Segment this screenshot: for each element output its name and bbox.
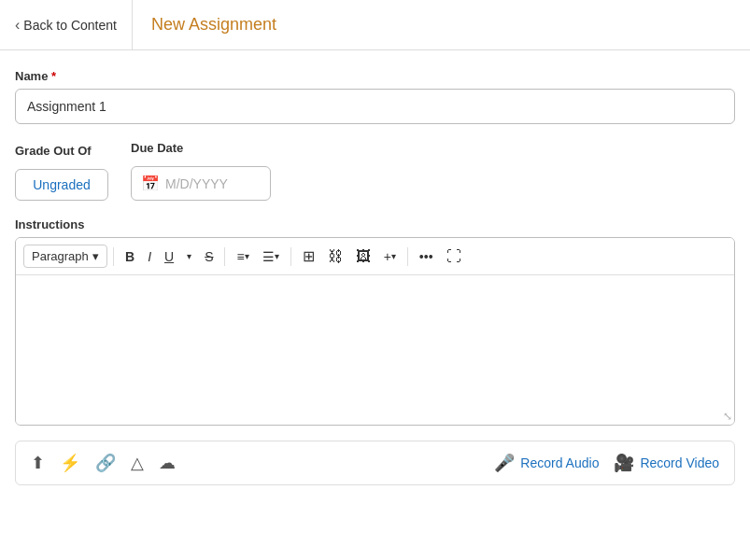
date-label: Due Date xyxy=(131,141,271,155)
bottom-right-tools: 🎤 Record Audio 🎥 Record Video xyxy=(494,453,719,473)
more-icon: ••• xyxy=(419,249,433,264)
list-dropdown-icon: ▾ xyxy=(275,251,279,261)
add-icon: + xyxy=(384,249,391,264)
name-input[interactable] xyxy=(15,89,735,124)
link-tool-icon[interactable]: 🔗 xyxy=(95,453,116,473)
add-button[interactable]: + ▾ xyxy=(378,245,402,268)
align-icon: ≡ xyxy=(236,249,244,264)
dropdown-chevron-icon: ▾ xyxy=(92,249,99,263)
page-title: New Assignment xyxy=(133,15,276,35)
italic-button[interactable]: I xyxy=(142,245,157,268)
instructions-label: Instructions xyxy=(15,217,735,231)
grade-date-row: Grade Out Of Ungraded Due Date 📅 M/D/YYY… xyxy=(15,141,735,201)
list-button[interactable]: ☰ ▾ xyxy=(257,245,285,268)
align-dropdown-icon: ▾ xyxy=(245,251,249,261)
strikethrough-label: S xyxy=(205,249,213,264)
image-icon: 🖼 xyxy=(356,248,371,265)
date-input[interactable]: 📅 M/D/YYYY xyxy=(131,166,271,201)
header: ‹ Back to Content New Assignment xyxy=(0,0,750,50)
link-button[interactable]: ⛓ xyxy=(322,245,348,269)
record-video-button[interactable]: 🎥 Record Video xyxy=(614,453,719,473)
flash-icon[interactable]: ⚡ xyxy=(60,453,80,473)
mic-icon: 🎤 xyxy=(494,453,515,473)
editor-container: Paragraph ▾ B I U ▾ S ≡ ▾ ☰ ▾ ⊞ xyxy=(15,237,735,426)
editor-body[interactable]: ⤡ xyxy=(16,275,734,425)
resize-handle: ⤡ xyxy=(723,410,732,423)
table-button[interactable]: ⊞ xyxy=(297,244,320,269)
record-audio-label: Record Audio xyxy=(520,455,599,470)
bold-button[interactable]: B xyxy=(120,245,140,268)
cloud-icon[interactable]: ☁ xyxy=(159,453,176,473)
calendar-icon: 📅 xyxy=(141,175,160,192)
align-button[interactable]: ≡ ▾ xyxy=(231,245,254,268)
bottom-left-tools: ⬆ ⚡ 🔗 △ ☁ xyxy=(31,453,176,473)
date-placeholder: M/D/YYYY xyxy=(165,176,228,191)
record-video-label: Record Video xyxy=(640,455,719,470)
bottom-toolbar: ⬆ ⚡ 🔗 △ ☁ 🎤 Record Audio 🎥 Record Video xyxy=(15,441,735,485)
date-group: Due Date 📅 M/D/YYYY xyxy=(131,141,271,201)
record-audio-button[interactable]: 🎤 Record Audio xyxy=(494,453,599,473)
fullscreen-button[interactable]: ⛶ xyxy=(441,245,467,269)
link-icon: ⛓ xyxy=(328,248,343,265)
main-content: Name * Grade Out Of Ungraded Due Date 📅 … xyxy=(0,50,750,504)
drive-icon[interactable]: △ xyxy=(131,453,144,473)
chevron-left-icon: ‹ xyxy=(15,17,20,34)
divider-3 xyxy=(290,247,291,266)
grade-group: Grade Out Of Ungraded xyxy=(15,144,108,201)
video-icon: 🎥 xyxy=(614,453,634,473)
fullscreen-icon: ⛶ xyxy=(446,248,461,265)
back-label: Back to Content xyxy=(23,18,117,33)
grade-button[interactable]: Ungraded xyxy=(15,169,108,201)
table-icon: ⊞ xyxy=(303,247,315,265)
required-marker: * xyxy=(51,69,56,83)
underline-dropdown-button[interactable]: ▾ xyxy=(181,247,197,265)
more-button[interactable]: ••• xyxy=(414,245,439,268)
divider-1 xyxy=(113,247,114,266)
divider-4 xyxy=(407,247,408,266)
list-icon: ☰ xyxy=(262,249,275,264)
paragraph-dropdown[interactable]: Paragraph ▾ xyxy=(23,245,107,268)
underline-button[interactable]: U xyxy=(159,245,179,268)
grade-label: Grade Out Of xyxy=(15,144,108,158)
add-dropdown-icon: ▾ xyxy=(391,251,396,261)
upload-icon[interactable]: ⬆ xyxy=(31,453,45,473)
back-to-content-button[interactable]: ‹ Back to Content xyxy=(15,0,133,49)
paragraph-label: Paragraph xyxy=(32,249,89,263)
strikethrough-button[interactable]: S xyxy=(199,245,219,268)
image-button[interactable]: 🖼 xyxy=(350,245,376,269)
divider-2 xyxy=(224,247,225,266)
name-label: Name * xyxy=(15,69,735,83)
editor-toolbar: Paragraph ▾ B I U ▾ S ≡ ▾ ☰ ▾ ⊞ xyxy=(16,238,734,275)
